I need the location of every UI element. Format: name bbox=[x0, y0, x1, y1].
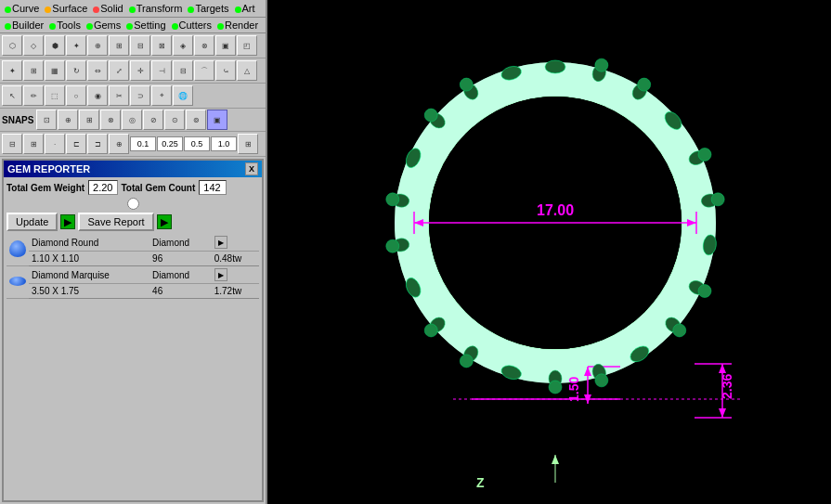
gem-nav-marquise[interactable]: ▶ bbox=[212, 266, 259, 284]
menu-solid[interactable]: Solid bbox=[90, 2, 125, 15]
weight-label: Total Gem Weight bbox=[6, 183, 84, 193]
tb-btn-8[interactable]: ⊠ bbox=[151, 35, 172, 56]
snap-val-btn-1[interactable]: ⊟ bbox=[2, 134, 22, 154]
snaps-label: SNAPS bbox=[2, 115, 33, 125]
tb-checker-icon[interactable]: ▦ bbox=[45, 60, 65, 81]
gem-nav-btn-round[interactable]: ▶ bbox=[214, 236, 227, 249]
snap-val-btn-2[interactable]: ⊞ bbox=[23, 134, 44, 154]
tb-star-icon[interactable]: ✦ bbox=[2, 60, 22, 81]
tb-globe-icon[interactable]: 🌐 bbox=[173, 85, 193, 106]
gem-reporter-close-button[interactable]: X bbox=[245, 162, 258, 175]
update-button[interactable]: Update bbox=[6, 213, 58, 231]
tb-btn-2[interactable]: ◇ bbox=[23, 35, 44, 56]
update-green-indicator: ▶ bbox=[60, 214, 75, 229]
tb-cursor-icon[interactable]: ↖ bbox=[2, 85, 22, 106]
snap-btn-2[interactable]: ⊕ bbox=[58, 110, 78, 130]
menu-gems[interactable]: Gems bbox=[84, 19, 123, 32]
tb-btn-3[interactable]: ⬢ bbox=[45, 35, 65, 56]
tb-btn-6[interactable]: ⊞ bbox=[109, 35, 129, 56]
gem-row-marquise-top: Diamond Marquise Diamond ▶ bbox=[6, 266, 259, 284]
menu-bar2: Builder Tools Gems Setting Cutters Rende… bbox=[0, 18, 266, 33]
snap-values-row: ⊟ ⊞ · ⊏ ⊐ ⊕ 0.1 0.25 0.5 1.0 ⊞ bbox=[0, 132, 266, 157]
tb-measure-icon[interactable]: ⌖ bbox=[151, 85, 172, 106]
gem-nav-btn-marquise[interactable]: ▶ bbox=[214, 268, 227, 281]
menu-setting[interactable]: Setting bbox=[123, 19, 168, 32]
menu-render[interactable]: Render bbox=[214, 19, 261, 32]
menu-art[interactable]: Art bbox=[232, 2, 258, 15]
tb-scale-icon[interactable]: ⤢ bbox=[109, 60, 129, 81]
snap-end-icon[interactable]: ⊏ bbox=[66, 134, 86, 154]
snap-point-icon[interactable]: · bbox=[45, 134, 65, 154]
tb-btn-5[interactable]: ⊕ bbox=[87, 35, 108, 56]
tb-btn-11[interactable]: ▣ bbox=[215, 35, 236, 56]
gem-reporter-label: GEM REPORTER bbox=[7, 163, 90, 174]
gem-reporter-body: Total Gem Weight 2.20 Total Gem Count 14… bbox=[4, 177, 262, 302]
tb-magnet-icon[interactable]: ⊃ bbox=[130, 85, 150, 106]
tb-mirror-icon[interactable]: ⊣ bbox=[151, 60, 172, 81]
gem-reporter-title-bar[interactable]: GEM REPORTER X bbox=[4, 161, 262, 177]
toolbar-row-2: ✦ ⊞ ▦ ↻ ⇔ ⤢ ✛ ⊣ ⊟ ⌒ ⤿ △ bbox=[0, 58, 266, 84]
snap-btn-3[interactable]: ⊞ bbox=[79, 110, 99, 130]
gem-row-marquise-bot: 3.50 X 1.75 46 1.72tw bbox=[6, 284, 259, 299]
gem-radio-input[interactable] bbox=[127, 198, 139, 210]
snap-btn-5[interactable]: ◎ bbox=[122, 110, 142, 130]
save-report-button[interactable]: Save Report bbox=[78, 213, 153, 231]
snaps-bar: SNAPS ⊡ ⊕ ⊞ ⊗ ◎ ⊘ ⊙ ⊚ ▣ bbox=[0, 109, 266, 132]
snap-val-05[interactable]: 0.5 bbox=[184, 136, 210, 151]
snap-btn-1[interactable]: ⊡ bbox=[36, 110, 57, 130]
tb-grid-icon[interactable]: ⊞ bbox=[23, 60, 44, 81]
menu-bar: Curve Surface Solid Transform Targets Ar… bbox=[0, 0, 266, 18]
tb-select-icon[interactable]: ⬚ bbox=[45, 85, 65, 106]
menu-curve[interactable]: Curve bbox=[2, 2, 42, 15]
tb-bend-icon[interactable]: ⌒ bbox=[194, 60, 214, 81]
snap-btn-4[interactable]: ⊗ bbox=[100, 110, 121, 130]
snap-config-icon[interactable]: ⊞ bbox=[238, 134, 258, 154]
gem-type-marquise: Diamond bbox=[149, 266, 212, 284]
svg-marker-19 bbox=[719, 408, 726, 418]
snap-center-icon[interactable]: ⊕ bbox=[109, 134, 129, 154]
menu-targets[interactable]: Targets bbox=[185, 2, 231, 15]
snap-btn-7[interactable]: ⊙ bbox=[164, 110, 185, 130]
tb-taper-icon[interactable]: △ bbox=[237, 60, 257, 81]
ring-canvas-svg: // This won't execute in SVG context, ha… bbox=[267, 0, 831, 504]
tb-btn-1[interactable]: ⬡ bbox=[2, 35, 22, 56]
snap-btn-6[interactable]: ⊘ bbox=[143, 110, 163, 130]
menu-cutters[interactable]: Cutters bbox=[169, 19, 214, 32]
gem-size-marquise: 3.50 X 1.75 bbox=[29, 284, 149, 299]
gem-table: Diamond Round Diamond ▶ 1.10 X 1.10 96 0… bbox=[6, 234, 259, 299]
menu-tools[interactable]: Tools bbox=[46, 19, 84, 32]
tb-array-icon[interactable]: ⊟ bbox=[173, 60, 193, 81]
snap-btn-9[interactable]: ▣ bbox=[207, 110, 227, 130]
count-value: 142 bbox=[199, 180, 227, 195]
menu-surface[interactable]: Surface bbox=[42, 2, 90, 15]
tb-rotate-icon[interactable]: ↻ bbox=[66, 60, 86, 81]
gem-radio-row bbox=[6, 198, 259, 210]
snap-mid-icon[interactable]: ⊐ bbox=[87, 134, 108, 154]
snap-val-01[interactable]: 0.1 bbox=[130, 136, 156, 151]
gem-count-round: 96 bbox=[149, 252, 212, 266]
snap-val-025[interactable]: 0.25 bbox=[157, 136, 183, 151]
tb-knife-icon[interactable]: ✂ bbox=[109, 85, 129, 106]
svg-text:1.50: 1.50 bbox=[566, 377, 581, 402]
gem-icon-marquise bbox=[6, 266, 29, 299]
gem-nav-round[interactable]: ▶ bbox=[212, 234, 259, 252]
gem-btn-row: Update ▶ Save Report ▶ bbox=[6, 213, 259, 231]
tb-move-icon[interactable]: ✛ bbox=[130, 60, 150, 81]
tb-flip-icon[interactable]: ⇔ bbox=[87, 60, 108, 81]
gem-weight-marquise: 1.72tw bbox=[212, 284, 259, 299]
tb-lasso-icon[interactable]: ○ bbox=[66, 85, 86, 106]
tb-btn-7[interactable]: ⊟ bbox=[130, 35, 150, 56]
tb-twist-icon[interactable]: ⤿ bbox=[215, 60, 236, 81]
snap-val-1[interactable]: 1.0 bbox=[211, 136, 237, 151]
tb-btn-4[interactable]: ✦ bbox=[66, 35, 86, 56]
tb-btn-9[interactable]: ◈ bbox=[173, 35, 193, 56]
gem-row-diamond-round-top: Diamond Round Diamond ▶ bbox=[6, 234, 259, 252]
svg-text:2.36: 2.36 bbox=[720, 374, 734, 399]
tb-node-icon[interactable]: ◉ bbox=[87, 85, 108, 106]
menu-builder[interactable]: Builder bbox=[2, 19, 46, 32]
tb-pencil-icon[interactable]: ✏ bbox=[23, 85, 44, 106]
snap-btn-8[interactable]: ⊚ bbox=[186, 110, 206, 130]
tb-btn-10[interactable]: ⊗ bbox=[194, 35, 214, 56]
tb-btn-12[interactable]: ◰ bbox=[237, 35, 257, 56]
menu-transform[interactable]: Transform bbox=[126, 2, 186, 15]
